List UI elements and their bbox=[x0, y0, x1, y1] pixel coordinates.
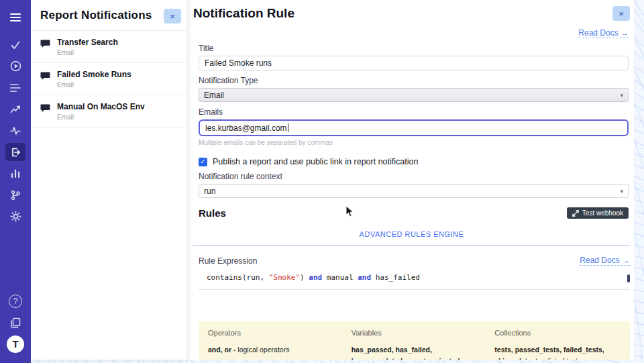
branch-icon[interactable] bbox=[5, 186, 25, 204]
help-heading: Variables bbox=[352, 329, 478, 337]
publish-row: ✓ Publish a report and use public link i… bbox=[199, 157, 629, 166]
code-token: manual bbox=[322, 273, 358, 282]
help-icon[interactable]: ? bbox=[5, 292, 25, 310]
notification-item-channel: Email bbox=[57, 113, 145, 121]
chevron-down-icon: ▾ bbox=[620, 188, 623, 195]
trend-icon[interactable] bbox=[5, 100, 25, 118]
editor-scrollbar-thumb[interactable] bbox=[627, 274, 630, 282]
chat-bubble-icon bbox=[40, 39, 50, 56]
expand-arrows-icon bbox=[572, 210, 579, 217]
title-input[interactable] bbox=[199, 56, 629, 70]
rule-expression-editor[interactable]: contains(run, "Smoke") and manual and ha… bbox=[199, 270, 630, 290]
help-desc: - list of tests bbox=[541, 357, 581, 360]
help-column-variables: Variables has_passed, has_failed, has_co… bbox=[352, 329, 478, 360]
notification-type-select[interactable]: Email ▾ bbox=[199, 88, 629, 102]
gear-icon[interactable] bbox=[5, 207, 25, 225]
pulse-icon[interactable] bbox=[5, 121, 25, 140]
help-entry: and, or - logical operators bbox=[208, 344, 334, 356]
rules-heading: Rules bbox=[199, 207, 226, 219]
text-caret bbox=[288, 123, 288, 132]
chat-bubble-icon bbox=[40, 103, 50, 121]
notification-rule-panel: Notification Rule × Read Docs → Title No… bbox=[186, 0, 634, 360]
rule-form: Title Notification Type Email ▾ Emails l… bbox=[193, 44, 630, 219]
notification-item[interactable]: Failed Smoke Runs Email bbox=[31, 63, 186, 95]
app-sidebar: ? T bbox=[0, 0, 31, 363]
play-icon[interactable] bbox=[5, 57, 25, 75]
rules-row: Rules Test webhook bbox=[199, 207, 629, 219]
code-token: and bbox=[309, 273, 322, 282]
help-term: <, >, == bbox=[208, 359, 232, 360]
notification-item[interactable]: Transfer Search Email bbox=[31, 31, 186, 63]
tab-advanced-rules-engine[interactable]: ADVANCED RULES ENGINE bbox=[360, 230, 464, 238]
list-icon[interactable] bbox=[5, 79, 25, 97]
code-token: contains(run, bbox=[207, 273, 269, 282]
emails-field: Emails les.kurbas@gmail.com Multiple ema… bbox=[199, 107, 629, 146]
notification-item[interactable]: Manual On MacOS Env Email bbox=[31, 95, 186, 127]
help-heading: Operators bbox=[208, 329, 334, 337]
app-logo[interactable]: T bbox=[5, 335, 25, 353]
title-label: Title bbox=[199, 44, 629, 53]
publish-label: Publish a report and use public link in … bbox=[213, 157, 418, 166]
export-icon[interactable] bbox=[5, 143, 25, 161]
rule-expression-label: Rule Expression bbox=[199, 256, 257, 266]
notification-type-value: Email bbox=[204, 91, 224, 100]
notification-item-text: Transfer Search Email bbox=[57, 38, 118, 56]
emails-input[interactable]: les.kurbas@gmail.com bbox=[199, 119, 629, 136]
notification-item-title: Manual On MacOS Env bbox=[57, 102, 145, 111]
notification-item-channel: Email bbox=[57, 81, 131, 89]
notifications-header: Report Notifications × bbox=[31, 0, 186, 31]
help-entries: has_passed, has_failed, has_completed, w… bbox=[352, 344, 478, 360]
help-term: and, or bbox=[208, 346, 231, 354]
report-notifications-panel: Report Notifications × Transfer Search E… bbox=[31, 0, 186, 360]
page-title: Notification Rule bbox=[193, 6, 294, 21]
docs-row-top: Read Docs → bbox=[195, 26, 629, 38]
help-entry: tests, passed_tests, failed_tests, skipp… bbox=[494, 344, 621, 360]
context-select[interactable]: run ▾ bbox=[199, 184, 629, 198]
code-token: has_failed bbox=[371, 273, 420, 282]
help-desc: - comparison operators bbox=[232, 359, 307, 360]
code-token: and bbox=[358, 273, 371, 282]
publish-checkbox[interactable]: ✓ bbox=[199, 158, 207, 166]
notifications-title: Report Notifications bbox=[40, 9, 152, 22]
rules-engine-tabbar: ADVANCED RULES ENGINE bbox=[193, 227, 630, 246]
menu-icon[interactable] bbox=[5, 8, 25, 26]
main-header: Notification Rule × bbox=[193, 6, 630, 21]
chevron-down-icon: ▾ bbox=[620, 92, 623, 99]
notification-type-field: Notification Type Email ▾ bbox=[199, 76, 629, 102]
context-field: Notification rule context run ▾ bbox=[199, 172, 629, 198]
notification-item-title: Transfer Search bbox=[57, 38, 118, 47]
help-entries: and, or - logical operators <, >, == - c… bbox=[208, 344, 334, 360]
help-glyph: ? bbox=[9, 295, 22, 308]
help-column-operators: Operators and, or - logical operators <,… bbox=[208, 329, 334, 360]
help-entry: <, >, == - comparison operators bbox=[208, 358, 334, 360]
emails-value: les.kurbas@gmail.com bbox=[205, 123, 287, 133]
docs-icon[interactable] bbox=[5, 313, 25, 331]
test-webhook-button[interactable]: Test webhook bbox=[567, 207, 629, 219]
help-term: has_passed, has_failed, has_completed, w… bbox=[352, 346, 462, 360]
code-token: ) bbox=[300, 273, 309, 282]
notification-item-text: Manual On MacOS Env Email bbox=[57, 102, 145, 121]
check-icon[interactable] bbox=[5, 36, 25, 54]
read-docs-link-top[interactable]: Read Docs → bbox=[578, 28, 629, 38]
test-webhook-label: Test webhook bbox=[582, 209, 623, 217]
notifications-close-button[interactable]: × bbox=[164, 9, 181, 23]
code-line: contains(run, "Smoke") and manual and ha… bbox=[207, 273, 420, 282]
emails-label: Emails bbox=[199, 107, 629, 117]
context-label: Notification rule context bbox=[199, 172, 629, 181]
title-field: Title bbox=[199, 44, 629, 70]
help-entries: tests, passed_tests, failed_tests, skipp… bbox=[494, 344, 621, 360]
notification-item-title: Failed Smoke Runs bbox=[57, 70, 131, 79]
help-column-collections: Collections tests, passed_tests, failed_… bbox=[494, 329, 621, 360]
bar-chart-icon[interactable] bbox=[5, 164, 25, 183]
notification-item-channel: Email bbox=[57, 49, 118, 56]
chat-bubble-icon bbox=[40, 71, 50, 89]
help-desc: - logical operators bbox=[231, 346, 289, 354]
rule-close-button[interactable]: × bbox=[612, 6, 630, 21]
emails-hint: Multiple emails can be separated by comm… bbox=[199, 139, 629, 146]
logo-letter: T bbox=[7, 335, 24, 353]
read-docs-link-rules[interactable]: Read Docs → bbox=[580, 256, 630, 266]
context-value: run bbox=[204, 187, 215, 196]
code-token: "Smoke" bbox=[269, 273, 300, 282]
expression-help-panel: Operators and, or - logical operators <,… bbox=[199, 321, 630, 360]
notification-item-text: Failed Smoke Runs Email bbox=[57, 70, 131, 89]
